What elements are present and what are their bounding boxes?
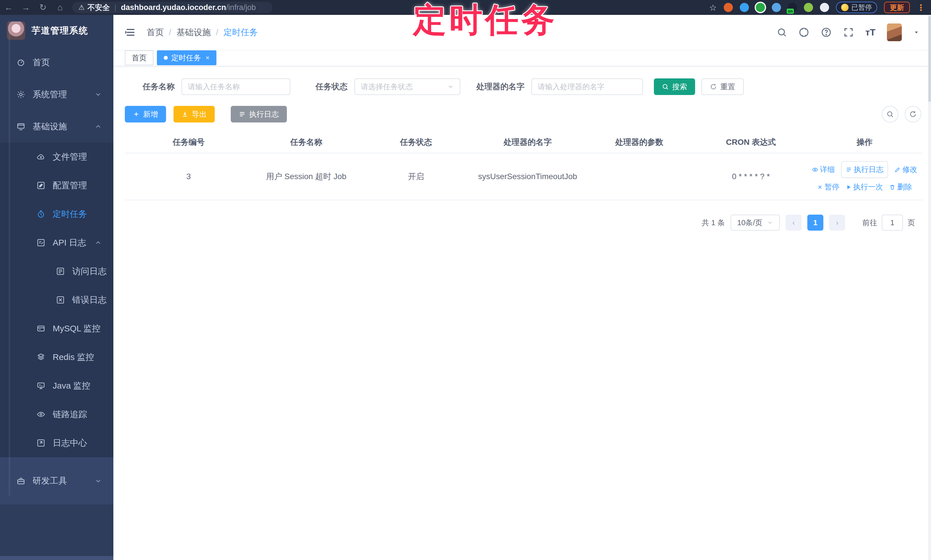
delete-link[interactable]: 删除 — [889, 182, 912, 192]
x-icon — [817, 184, 823, 190]
search-icon[interactable] — [777, 27, 787, 37]
sidebar-item-java-monitor[interactable]: Java 监控 — [0, 371, 113, 400]
chevron-down-icon — [94, 477, 102, 485]
reset-button[interactable]: 重置 — [701, 78, 744, 95]
exec-log-link[interactable]: 执行日志 — [841, 161, 888, 178]
address-bar[interactable]: ⚠ 不安全 | dashboard.yudao.iocoder.cn /infr… — [72, 2, 273, 13]
cell-job-status: 开启 — [360, 168, 472, 185]
tab-home[interactable]: 首页 — [125, 50, 153, 65]
avatar[interactable] — [887, 23, 902, 41]
sidebar-item-mysql-monitor[interactable]: MySQL 监控 — [0, 314, 113, 343]
handler-name-input[interactable] — [531, 78, 643, 95]
search-button[interactable]: 搜索 — [654, 78, 695, 95]
page-scrollbar[interactable] — [928, 15, 931, 560]
font-size-icon[interactable]: тT — [865, 27, 876, 38]
sidebar-item-trace[interactable]: 链路追踪 — [0, 400, 113, 429]
job-status-select[interactable]: 请选择任务状态 — [355, 78, 460, 95]
sidebar-item-infra[interactable]: 基础设施 — [0, 111, 113, 143]
extension-icon[interactable] — [724, 3, 733, 12]
log-icon — [846, 166, 852, 173]
breadcrumb: 首页 / 基础设施 / 定时任务 — [146, 27, 258, 38]
sidebar-item-api-log[interactable]: API 日志 — [0, 228, 113, 257]
sidebar-item-scheduled-job[interactable]: 定时任务 — [0, 200, 113, 228]
browser-forward-icon[interactable]: → — [17, 0, 34, 15]
sidebar-item-access-log[interactable]: 访问日志 — [0, 257, 113, 286]
table-row[interactable]: 3 用户 Session 超时 Job 开启 sysUserSessionTim… — [125, 153, 922, 200]
log-icon — [239, 111, 246, 118]
sidebar-item-label: Redis 监控 — [53, 351, 94, 363]
exec-log-button-label: 执行日志 — [249, 109, 279, 119]
sidebar-item-log-center[interactable]: 日志中心 — [0, 429, 113, 457]
goto-page-input[interactable] — [882, 215, 903, 231]
breadcrumb-home[interactable]: 首页 — [146, 27, 164, 38]
github-icon[interactable] — [798, 27, 809, 38]
eye-icon — [812, 166, 818, 173]
detail-link[interactable]: 详细 — [812, 165, 835, 175]
main-area: 首页 / 基础设施 / 定时任务 тT — [113, 15, 931, 560]
page-unit-label: 页 — [908, 218, 915, 228]
extension-icon[interactable] — [756, 3, 765, 12]
sidebar-item-system[interactable]: 系统管理 — [0, 78, 113, 111]
sidebar-item-label: 系统管理 — [32, 89, 67, 100]
not-secure-warning-icon: ⚠ — [79, 3, 85, 11]
refresh-table-button[interactable] — [905, 106, 921, 123]
refresh-icon — [710, 83, 717, 90]
api-log-icon — [37, 238, 45, 247]
browser-menu-icon[interactable]: ⋮ — [917, 3, 925, 12]
sidebar-item-redis-monitor[interactable]: Redis 监控 — [0, 343, 113, 371]
paused-extension-pill[interactable]: 已暂停 — [836, 2, 877, 13]
app-title: 芋道管理系统 — [31, 25, 88, 37]
page-scrollbar-thumb[interactable] — [928, 16, 931, 102]
page-size-select[interactable]: 10条/页 — [731, 215, 780, 231]
current-page-button[interactable]: 1 — [807, 215, 823, 231]
breadcrumb-infra[interactable]: 基础设施 — [176, 27, 211, 38]
toggle-search-button[interactable] — [882, 106, 899, 123]
bookmark-star-icon[interactable]: ☆ — [709, 3, 717, 12]
app-logo-row[interactable]: 芋道管理系统 — [0, 15, 113, 46]
edit-link[interactable]: 修改 — [894, 165, 917, 175]
extension-icon[interactable] — [772, 3, 781, 12]
infra-icon — [17, 122, 25, 131]
caret-down-icon[interactable] — [913, 29, 920, 35]
log-center-icon — [37, 438, 45, 447]
next-page-button[interactable]: › — [829, 215, 845, 231]
chevron-up-icon — [94, 239, 102, 246]
sidebar-item-label: 文件管理 — [53, 151, 87, 163]
collapse-sidebar-icon[interactable] — [125, 27, 136, 38]
tab-bar: 首页 定时任务 × — [113, 50, 931, 66]
extension-icon[interactable] — [804, 3, 813, 12]
sidebar-item-home[interactable]: 首页 — [0, 46, 113, 78]
extension-icon[interactable] — [740, 3, 749, 12]
tab-scheduled-job[interactable]: 定时任务 × — [157, 50, 216, 65]
url-path: /infra/job — [226, 3, 256, 12]
fullscreen-icon[interactable] — [843, 27, 854, 38]
job-name-input[interactable] — [182, 78, 290, 95]
sidebar-item-file-manage[interactable]: 文件管理 — [0, 143, 113, 171]
browser-update-button[interactable]: 更新 — [884, 2, 910, 13]
search-icon — [662, 83, 669, 90]
sidebar-item-label: 定时任务 — [53, 208, 87, 220]
table-utility-buttons — [882, 106, 921, 123]
job-table: 任务编号 任务名称 任务状态 处理器的名字 处理器的参数 CRON 表达式 操作… — [125, 132, 922, 200]
sidebar-item-config-manage[interactable]: 配置管理 — [0, 171, 113, 200]
add-button[interactable]: 新增 — [125, 106, 166, 123]
sidebar-item-error-log[interactable]: 错误日志 — [0, 286, 113, 314]
run-once-link[interactable]: 执行一次 — [846, 182, 883, 192]
help-icon[interactable] — [821, 27, 832, 38]
export-button[interactable]: 导出 — [174, 106, 215, 123]
browser-reload-icon[interactable]: ↻ — [34, 0, 51, 15]
extension-icon[interactable]: on — [788, 3, 797, 12]
sidebar-item-label: API 日志 — [53, 237, 86, 249]
exec-log-button[interactable]: 执行日志 — [231, 106, 287, 123]
sidebar-item-devtools[interactable]: 研发工具 — [0, 465, 113, 497]
browser-home-icon[interactable]: ⌂ — [51, 0, 69, 15]
chevron-down-icon — [94, 91, 102, 98]
close-icon[interactable]: × — [205, 54, 210, 62]
address-divider: | — [114, 3, 117, 12]
total-count: 共 1 条 — [702, 218, 725, 228]
pause-link[interactable]: 暂停 — [817, 182, 839, 192]
browser-back-icon[interactable]: ← — [0, 0, 17, 15]
extension-icon[interactable] — [820, 3, 829, 12]
active-tab-dot — [164, 56, 168, 60]
prev-page-button[interactable]: ‹ — [786, 215, 802, 231]
